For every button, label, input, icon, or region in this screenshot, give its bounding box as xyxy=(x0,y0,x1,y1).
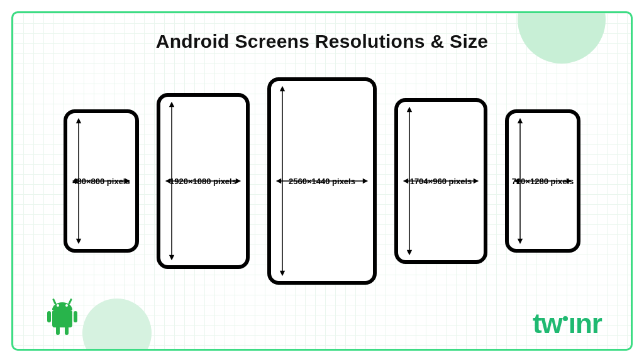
frame-border: Android Screens Resolutions & Size 480×8… xyxy=(11,11,633,351)
diagram-canvas: Android Screens Resolutions & Size 480×8… xyxy=(0,0,644,362)
page-title: Android Screens Resolutions & Size xyxy=(13,31,631,52)
svg-point-18 xyxy=(65,304,68,307)
svg-rect-14 xyxy=(65,326,69,335)
phone-inner: 1704×960 pixels xyxy=(398,102,484,260)
svg-rect-16 xyxy=(68,299,72,305)
resolution-label: 480×800 pixels xyxy=(67,177,135,186)
phone-inner: 720×1280 pixels xyxy=(509,113,577,249)
phone-frame: 1920×1080 pixels xyxy=(157,93,250,269)
brand-text-part2: ınr xyxy=(569,310,602,337)
phone-frame: 1704×960 pixels xyxy=(394,98,487,264)
svg-rect-10 xyxy=(52,310,72,327)
brand-dot-icon xyxy=(563,316,568,321)
resolution-label: 1704×960 pixels xyxy=(398,177,484,186)
phones-row: 480×800 pixels 1920×1080 pixels xyxy=(13,65,631,297)
svg-rect-15 xyxy=(52,299,57,305)
phone-frame: 480×800 pixels xyxy=(64,109,139,253)
decor-blob-bottom xyxy=(82,299,152,351)
svg-rect-11 xyxy=(47,311,51,322)
phone-inner: 480×800 pixels xyxy=(67,113,135,249)
brand-logo: twınr xyxy=(533,310,602,337)
phone-frame: 2560×1440 pixels xyxy=(267,77,377,285)
phone-inner: 2560×1440 pixels xyxy=(271,81,373,281)
android-icon xyxy=(42,297,82,337)
svg-rect-12 xyxy=(74,311,77,322)
resolution-label: 1920×1080 pixels xyxy=(160,177,246,186)
svg-rect-13 xyxy=(56,326,60,335)
phone-inner: 1920×1080 pixels xyxy=(160,97,246,265)
resolution-label: 720×1280 pixels xyxy=(509,177,577,186)
brand-text-part1: tw xyxy=(533,310,562,337)
resolution-label: 2560×1440 pixels xyxy=(271,177,373,186)
phone-frame: 720×1280 pixels xyxy=(505,109,580,253)
svg-point-17 xyxy=(57,304,59,307)
